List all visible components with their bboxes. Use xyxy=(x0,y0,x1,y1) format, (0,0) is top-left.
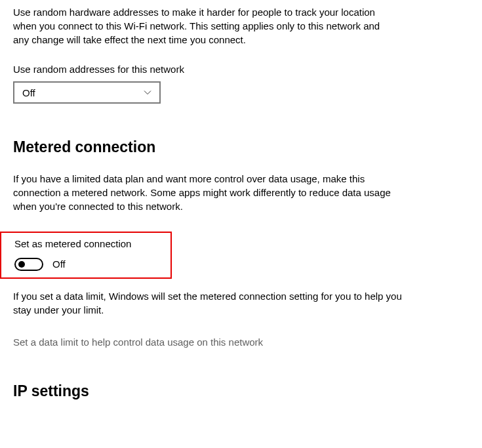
random-hw-dropdown[interactable]: Off xyxy=(13,81,161,104)
toggle-knob xyxy=(18,261,25,268)
metered-heading: Metered connection xyxy=(13,136,482,157)
random-hw-dropdown-value: Off xyxy=(22,86,35,100)
metered-toggle[interactable] xyxy=(14,258,43,271)
ip-heading: IP settings xyxy=(13,380,482,401)
metered-toggle-row: Off xyxy=(14,257,163,271)
metered-toggle-state: Off xyxy=(52,257,66,271)
data-limit-description: If you set a data limit, Windows will se… xyxy=(13,289,407,317)
metered-highlight-box: Set as metered connection Off xyxy=(0,232,172,279)
random-hw-description: Use random hardware addresses to make it… xyxy=(13,5,380,47)
data-limit-link[interactable]: Set a data limit to help control data us… xyxy=(13,335,263,349)
metered-toggle-label: Set as metered connection xyxy=(14,237,163,251)
chevron-down-icon xyxy=(144,89,151,96)
metered-description: If you have a limited data plan and want… xyxy=(13,172,407,213)
random-hw-label: Use random addresses for this network xyxy=(13,62,482,76)
